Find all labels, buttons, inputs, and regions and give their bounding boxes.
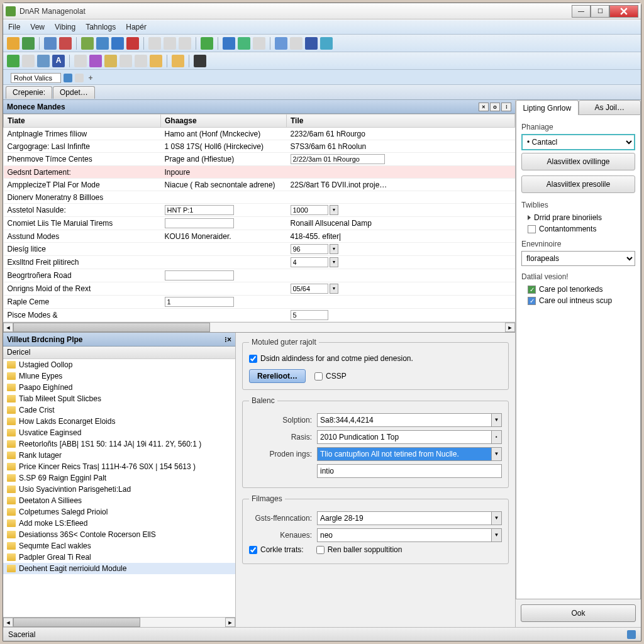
kenaues-input[interactable] xyxy=(317,528,492,542)
tree-header-btn[interactable]: × xyxy=(227,335,231,344)
tree-item[interactable]: Usvatice Eaginsed xyxy=(3,427,235,438)
tab-lipting[interactable]: Lipting Gnrlow xyxy=(516,100,579,115)
tool-icon[interactable] xyxy=(150,55,162,67)
cell-input[interactable] xyxy=(165,205,234,215)
tree-item[interactable]: Sequmte Eacl wakles xyxy=(3,540,235,552)
col-ghaagse[interactable]: Ghaagse xyxy=(161,114,287,128)
menu-tahnlogs[interactable]: Tahnlogs xyxy=(86,23,116,31)
tool-icon[interactable] xyxy=(7,55,19,67)
tree-item[interactable]: Rank lutager xyxy=(3,450,235,461)
cell-input[interactable] xyxy=(291,310,328,320)
stepper-button[interactable]: ▾ xyxy=(330,257,338,267)
titlebar[interactable]: DnAR Managenolat — ☐ xyxy=(3,3,641,19)
tab-search-input[interactable] xyxy=(11,73,61,83)
tool-icon[interactable] xyxy=(194,55,206,67)
chevron-down-icon[interactable]: ▼ xyxy=(492,511,502,525)
scroll-right-arrow[interactable]: ► xyxy=(505,323,515,332)
scroll-thumb[interactable] xyxy=(13,323,210,332)
twiblies-item[interactable]: Contantomments xyxy=(528,223,635,235)
ok-button[interactable]: Ook xyxy=(521,604,636,622)
table-row[interactable]: Pisce Modes & xyxy=(4,309,515,322)
tool-icon[interactable] xyxy=(96,37,109,50)
tool-icon[interactable] xyxy=(275,37,287,50)
tool-icon[interactable] xyxy=(305,37,318,50)
menu-view[interactable]: Vew xyxy=(30,23,45,31)
table-row[interactable]: Gedsnt Dartement:Inpoure xyxy=(4,166,515,179)
chk-dsidn[interactable] xyxy=(249,355,257,363)
tool-icon[interactable] xyxy=(22,37,35,50)
btn-presolile[interactable]: Alasviitlex presolile xyxy=(521,175,635,193)
tool-icon[interactable] xyxy=(201,37,213,50)
tool-icon[interactable] xyxy=(164,37,176,50)
tool-icon[interactable] xyxy=(290,37,303,50)
table-row[interactable]: Raple Ceme xyxy=(4,296,515,309)
scroll-left-arrow[interactable]: ◄ xyxy=(3,323,13,332)
tool-icon[interactable]: A xyxy=(52,55,65,67)
menu-haper[interactable]: Hapér xyxy=(126,23,147,31)
col-tile[interactable]: Tile xyxy=(287,114,515,128)
tool-icon[interactable] xyxy=(135,55,147,67)
tool-icon[interactable] xyxy=(37,55,50,67)
tool-icon[interactable] xyxy=(119,55,132,67)
stepper-input[interactable] xyxy=(291,257,328,267)
chevron-down-icon[interactable]: ▼ xyxy=(492,528,502,542)
table-row[interactable]: Dionerv Moneratny 8 Billloes xyxy=(4,191,515,204)
cell-input[interactable] xyxy=(165,297,234,307)
tree-item[interactable]: Ustagied Oollop xyxy=(3,359,235,370)
tool-icon[interactable] xyxy=(22,55,35,67)
table-row[interactable]: AmpplecizeT Plal For ModeNiacue ( Rab se… xyxy=(4,179,515,191)
close-button[interactable] xyxy=(609,5,638,18)
chevron-down-icon[interactable]: ▼ xyxy=(492,413,502,427)
tool-icon[interactable] xyxy=(238,37,250,50)
menu-vibing[interactable]: Vibing xyxy=(55,23,75,31)
tree-item[interactable]: Usio Syacivintion Parisgeheti:Lad xyxy=(3,484,235,495)
tool-icon[interactable] xyxy=(89,55,102,67)
tool-icon[interactable] xyxy=(320,37,333,50)
chevron-down-icon[interactable]: ▪ xyxy=(492,430,502,444)
tool-icon[interactable] xyxy=(253,37,265,50)
twiblies-item[interactable]: Drrid prare binoriiels xyxy=(528,212,635,223)
tree-item[interactable]: S.SP 69 Raign Egginl Palt xyxy=(3,472,235,484)
tool-icon[interactable] xyxy=(179,37,191,50)
col-tiate[interactable]: Tiate xyxy=(4,114,161,128)
home-icon[interactable] xyxy=(75,74,84,82)
tree-item[interactable]: Reetorloñts [ABB| 1S1 50: 114 JA| 19i 41… xyxy=(3,438,235,450)
tree-item[interactable]: Cade Crist xyxy=(3,404,235,416)
tree-item[interactable]: Padpler Greal Ti Real xyxy=(3,552,235,563)
tool-icon[interactable] xyxy=(104,55,117,67)
tree-item[interactable]: Deetaton A Silliees xyxy=(3,495,235,506)
table-row[interactable]: Beogrtroñera Road xyxy=(4,269,515,282)
chk-cssp[interactable] xyxy=(314,372,323,380)
proden-input[interactable] xyxy=(317,447,492,461)
grid[interactable]: Tiate Ghaagse Tile Antplnagle Trimes fíl… xyxy=(3,114,515,322)
table-row[interactable]: Exslltnd Freit plitirech▾ xyxy=(4,256,515,269)
stepper-input[interactable] xyxy=(291,205,328,215)
grid-header-btn[interactable]: ⁝ xyxy=(501,103,511,111)
scroll-left-arrow[interactable]: ◄ xyxy=(3,618,13,627)
btn-ovillinge[interactable]: Alasviitlex ovillinge xyxy=(521,153,635,170)
cell-input[interactable] xyxy=(165,218,234,228)
tool-icon[interactable] xyxy=(223,37,235,50)
tree[interactable]: Ustagied OollopMlune EypesPaapo Eighíned… xyxy=(3,359,235,617)
intio-input[interactable] xyxy=(317,464,502,478)
tab-asjoil[interactable]: As Joil… xyxy=(579,100,641,115)
table-row[interactable]: Cargograge: Lasl Infinfte1 0S8 17S( Holl… xyxy=(4,140,515,153)
subtab-crepenie[interactable]: Crepenie: xyxy=(6,86,52,99)
btn-rerelioot[interactable]: Rerelioot… xyxy=(249,369,306,383)
stepper-button[interactable]: ▾ xyxy=(330,244,338,254)
cell-input[interactable] xyxy=(165,270,234,280)
tree-item[interactable]: Mlune Eypes xyxy=(3,370,235,382)
search-icon[interactable] xyxy=(64,74,72,82)
scroll-thumb[interactable] xyxy=(13,618,140,627)
datlial-item[interactable]: ✓Care pol tenorkeds xyxy=(528,284,635,295)
table-row[interactable]: Phenmove Tímce CentesPrage and (Hfiestue… xyxy=(4,153,515,166)
grid-header-btn[interactable]: o xyxy=(490,103,500,111)
chevron-down-icon[interactable]: ▼ xyxy=(492,447,502,461)
datlial-item[interactable]: ✓Care oul intneus scup xyxy=(528,295,635,306)
tool-icon[interactable] xyxy=(44,37,57,50)
scroll-right-arrow[interactable]: ► xyxy=(225,618,235,627)
tool-icon[interactable] xyxy=(126,37,139,50)
table-row[interactable]: Antplnagle Trimes fíliowHamo ant (Honf (… xyxy=(4,128,515,140)
tool-icon[interactable] xyxy=(7,37,19,50)
tree-item[interactable]: Paapo Eighíned xyxy=(3,382,235,393)
